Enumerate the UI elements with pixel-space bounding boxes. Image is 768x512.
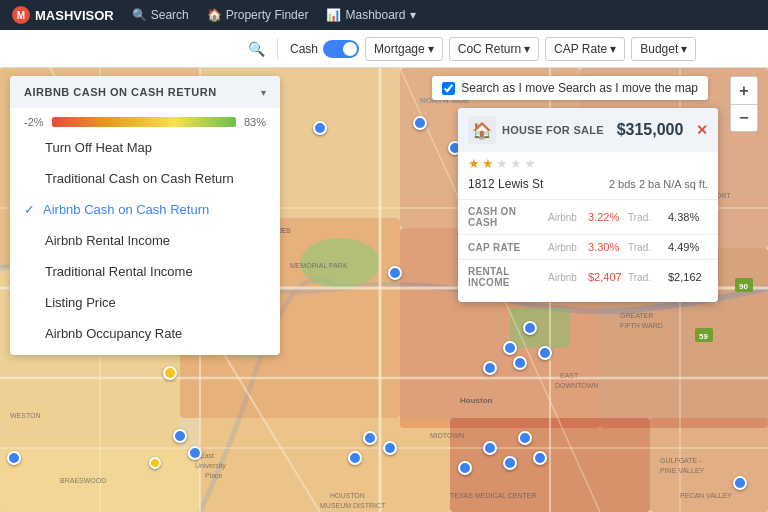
divider [277,38,278,60]
map-pin[interactable] [538,346,552,360]
budget-label: Budget [640,42,678,56]
budget-filter[interactable]: Budget ▾ [631,37,696,61]
property-meta: 2 bds 2 ba N/A sq ft. [609,178,708,190]
card-row-coc: CASH ON CASH Airbnb 3.22% Trad. 4.38% [458,202,718,232]
svg-text:University: University [195,462,226,470]
rental-trad-val: $2,162 [668,271,708,283]
search-submit-icon[interactable]: 🔍 [248,41,265,57]
map-pin[interactable] [173,429,187,443]
svg-text:59: 59 [699,332,708,341]
map-pin[interactable] [188,446,202,460]
map-pin[interactable] [483,361,497,375]
card-divider [458,199,718,200]
cap-rate-label: CAP Rate [554,42,607,56]
property-card-header: 🏠 HOUSE FOR SALE $315,000 ✕ [458,108,718,152]
cap-trad-key: Trad. [628,242,668,253]
map-pin[interactable] [503,456,517,470]
card-row-cap: CAP RATE Airbnb 3.30% Trad. 4.49% [458,237,718,257]
heat-scale: -2% 83% [10,108,280,132]
coc-return-label: CoC Return [458,42,521,56]
dropdown-item-turn-off[interactable]: Turn Off Heat Map [10,132,280,163]
dropdown-item-label: Turn Off Heat Map [45,140,152,155]
dropdown-item-airbnb-occupancy[interactable]: Airbnb Occupancy Rate [10,318,280,349]
rental-trad-key: Trad. [628,272,668,283]
map-pin[interactable] [363,431,377,445]
map-pin[interactable] [413,116,427,130]
heatmap-chevron-icon: ▾ [261,87,266,98]
card-divider [458,259,718,260]
dropdown-item-airbnb-rental[interactable]: Airbnb Rental Income [10,225,280,256]
map-pin[interactable] [733,476,747,490]
map-pin[interactable] [7,451,21,465]
svg-text:BRAESWOOD: BRAESWOOD [60,477,106,484]
star-rating: ★ ★ ★ ★ ★ [458,152,718,175]
check-icon: ✓ [24,202,35,217]
search-as-move-checkbox[interactable] [442,82,455,95]
property-price: $315,000 [617,121,684,139]
top-navigation: M MASHVISOR 🔍 Search 🏠 Property Finder 📊… [0,0,768,30]
heatmap-dropdown-header[interactable]: AIRBNB CASH ON CASH RETURN ▾ [10,76,280,108]
zoom-in-button[interactable]: + [730,76,758,104]
map-pin[interactable] [483,441,497,455]
property-address: 1812 Lewis St [468,177,543,191]
dropdown-item-traditional-coc[interactable]: Traditional Cash on Cash Return [10,163,280,194]
zoom-controls: + − [730,76,758,132]
heat-scale-bar [52,117,236,127]
map-pin[interactable] [458,461,472,475]
logo-icon: M [12,6,30,24]
search-as-move-bar: Search as I move Search as I move the ma… [432,76,708,100]
map-container[interactable]: NORTHWEST CROSSING NORTH SIDE NORTH PORT… [0,68,768,512]
dropdown-item-traditional-rental[interactable]: Traditional Rental Income [10,256,280,287]
map-pin[interactable] [523,321,537,335]
map-pin[interactable] [383,441,397,455]
nav-search-label: Search [151,8,189,22]
search-bar: Houston, TX 🔍 Cash Mortgage ▾ CoC Return… [0,30,768,68]
chevron-down-icon: ▾ [410,8,416,22]
map-pin-yellow[interactable] [163,366,177,380]
zoom-out-button[interactable]: − [730,104,758,132]
nav-mashboard-label: Mashboard [345,8,405,22]
svg-text:TEXAS MEDICAL CENTER: TEXAS MEDICAL CENTER [450,492,536,499]
coc-airbnb-val: 3.22% [588,211,628,223]
cash-mortgage-toggle[interactable] [323,40,359,58]
svg-text:FIFTH WARD: FIFTH WARD [620,322,663,329]
cap-rate-filter[interactable]: CAP Rate ▾ [545,37,625,61]
coc-return-filter[interactable]: CoC Return ▾ [449,37,539,61]
property-card: 🏠 HOUSE FOR SALE $315,000 ✕ ★ ★ ★ ★ ★ 18… [458,108,718,302]
map-pin[interactable] [513,356,527,370]
rental-airbnb-key: Airbnb [548,272,588,283]
dropdown-item-airbnb-coc[interactable]: ✓ Airbnb Cash on Cash Return [10,194,280,225]
close-button[interactable]: ✕ [696,122,708,138]
svg-text:GULFGATE -: GULFGATE - [660,457,702,464]
card-type-badge: 🏠 HOUSE FOR SALE [468,116,604,144]
nav-property-finder[interactable]: 🏠 Property Finder [207,8,309,22]
cap-trad-val: 4.49% [668,241,708,253]
map-pin[interactable] [503,341,517,355]
map-pin[interactable] [533,451,547,465]
cap-chevron: ▾ [610,42,616,56]
dropdown-item-label: Airbnb Occupancy Rate [45,326,182,341]
map-pin[interactable] [348,451,362,465]
map-pin[interactable] [518,431,532,445]
map-pin[interactable] [388,266,402,280]
map-pin[interactable] [313,121,327,135]
dropdown-item-listing-price[interactable]: Listing Price [10,287,280,318]
map-pin-yellow[interactable] [149,457,161,469]
coc-chevron: ▾ [524,42,530,56]
property-type-label: HOUSE FOR SALE [502,124,604,136]
mortgage-filter[interactable]: Mortgage ▾ [365,37,443,61]
location-input[interactable]: Houston, TX [10,41,240,56]
svg-text:EAST: EAST [560,372,579,379]
svg-rect-15 [510,308,570,348]
nav-search[interactable]: 🔍 Search [132,8,189,22]
coc-label: CASH ON CASH [468,206,548,228]
dropdown-item-label: Airbnb Rental Income [45,233,170,248]
star-4: ★ [510,156,522,171]
coc-trad-val: 4.38% [668,211,708,223]
star-1: ★ [468,156,480,171]
svg-text:Houston: Houston [460,396,493,405]
svg-text:MEMORIAL PARK: MEMORIAL PARK [290,262,348,269]
mashboard-icon: 📊 [326,8,341,22]
heatmap-header-label: AIRBNB CASH ON CASH RETURN [24,86,217,98]
nav-mashboard[interactable]: 📊 Mashboard ▾ [326,8,415,22]
